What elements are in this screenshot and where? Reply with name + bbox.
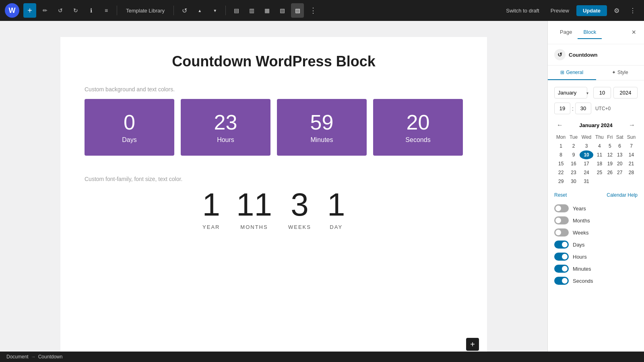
calendar-day-cell[interactable]: 7 [625,142,638,150]
calendar-day-cell[interactable]: 1 [554,142,568,150]
date-row: JanuaryFebruaryMarch AprilMayJune JulyAu… [554,87,638,99]
align-full-button[interactable]: ▨ [291,3,304,18]
toggle-days[interactable] [554,241,569,249]
calendar-day-cell[interactable]: 2 [568,142,579,150]
month-select[interactable]: JanuaryFebruaryMarch AprilMayJune JulyAu… [554,87,587,99]
calendar-day-cell[interactable]: 21 [625,159,638,168]
toggle-seconds[interactable] [554,277,569,285]
breadcrumb-arrow: → [31,354,36,360]
calendar-day-cell[interactable]: 28 [625,168,638,177]
calendar-day-cell[interactable]: 8 [554,150,568,159]
undo-button[interactable]: ↺ [54,3,67,18]
subtab-general[interactable]: ⊞ General [548,66,596,80]
more-options-button[interactable]: ⋮ [306,3,320,18]
calendar-day-cell[interactable]: 9 [568,150,579,159]
update-button[interactable]: Update [576,5,607,16]
breadcrumb-document[interactable]: Document [6,354,29,360]
section2-label: Custom font-family, font size, text colo… [85,176,463,182]
day-input[interactable] [593,87,611,99]
calendar-day-cell[interactable]: 13 [614,150,625,159]
toggle-label: Weeks [573,230,589,236]
calendar-day-cell[interactable]: 11 [593,150,605,159]
calendar-day-cell[interactable]: 27 [614,168,625,177]
calendar-day-cell[interactable]: 31 [580,177,594,186]
toggle-row: Days [554,241,638,249]
toggle-row: Seconds [554,277,638,285]
chevron-down-icon: ▼ [213,8,217,13]
year-input[interactable] [613,87,638,99]
toggle-row: Months [554,216,638,224]
wp-logo[interactable]: W [5,3,19,18]
calendar-day-cell [625,177,638,186]
calendar-actions: Reset Calendar Help [554,192,638,198]
edit-button[interactable]: ✏ [39,3,52,18]
calendar-day-cell[interactable]: 12 [605,150,614,159]
calendar-day-cell[interactable]: 19 [605,159,614,168]
cycle-button[interactable]: ↺ [178,3,191,18]
add-block-button[interactable]: + [466,338,479,351]
toggles-container: YearsMonthsWeeksDaysHoursMinutesSeconds [554,204,638,285]
more-menu-button[interactable]: ⋮ [626,3,639,18]
calendar-reset-button[interactable]: Reset [554,192,567,198]
countdown-label: Hours [189,136,262,144]
calendar-day-cell[interactable]: 22 [554,168,568,177]
list-view-button[interactable]: ≡ [100,3,113,18]
toggle-row: Years [554,204,638,212]
toggle-months[interactable] [554,216,569,224]
calendar-day-cell[interactable]: 24 [580,168,594,177]
editor-area: Countdown WordPress Block Custom backgro… [0,21,547,352]
add-block-toolbar-button[interactable]: + [23,3,36,18]
switch-to-draft-button[interactable]: Switch to draft [502,5,543,16]
toolbar: W + ✏ ↺ ↻ ℹ ≡ Template Library ↺ ▲ ▼ ▤ ▥… [0,0,644,21]
sidebar-content: JanuaryFebruaryMarch AprilMayJune JulyAu… [548,80,644,352]
calendar-day-cell[interactable]: 15 [554,159,568,168]
countdown-plain-tile: 1YEAR [202,189,221,230]
calendar-day-cell[interactable]: 29 [554,177,568,186]
calendar-day-cell[interactable]: 17 [580,159,594,168]
calendar-day-cell [605,177,614,186]
calendar-day-cell[interactable]: 3 [580,142,594,150]
settings-button[interactable]: ⚙ [610,3,623,18]
countdown-plain-tile: 3WEEKS [288,189,311,230]
countdown-plain-block: 1YEAR11MONTHS3WEEKS1DAY [85,189,463,230]
tab-block[interactable]: Block [578,26,602,39]
align-center-button[interactable]: ▥ [245,3,258,18]
calendar-next-button[interactable]: → [626,121,638,130]
calendar: ← January 2024 → MonTueWedThuFriSatSun 1… [554,121,638,186]
toggle-weeks[interactable] [554,228,569,237]
redo-button[interactable]: ↻ [69,3,82,18]
toggle-minutes[interactable] [554,265,569,273]
calendar-day-cell[interactable]: 4 [593,142,605,150]
align-justify-button[interactable]: ▧ [276,3,289,18]
align-left-button[interactable]: ▤ [230,3,243,18]
calendar-day-cell[interactable]: 18 [593,159,605,168]
calendar-help-button[interactable]: Calendar Help [607,192,638,198]
countdown-label: Seconds [381,136,455,144]
calendar-day-cell[interactable]: 23 [568,168,579,177]
toggle-years[interactable] [554,204,569,212]
calendar-day-cell[interactable]: 5 [605,142,614,150]
calendar-day-cell[interactable]: 25 [593,168,605,177]
sidebar-close-button[interactable]: × [630,27,638,38]
calendar-day-cell[interactable]: 14 [625,150,638,159]
calendar-day-cell[interactable]: 30 [568,177,579,186]
calendar-prev-button[interactable]: ← [554,121,566,130]
calendar-day-cell[interactable]: 16 [568,159,579,168]
info-button[interactable]: ℹ [85,3,97,18]
preview-button[interactable]: Preview [547,5,573,16]
toggle-hours[interactable] [554,253,569,261]
calendar-day-cell[interactable]: 10 [580,150,594,159]
countdown-label: WEEKS [288,224,311,230]
calendar-day-cell[interactable]: 26 [605,168,614,177]
chevron-down-button[interactable]: ▼ [208,3,221,18]
separator-2 [173,6,174,15]
calendar-day-cell[interactable]: 6 [614,142,625,150]
tab-page[interactable]: Page [554,26,578,39]
minute-input[interactable] [575,103,591,114]
align-right-button[interactable]: ▦ [260,3,273,18]
section1-label: Custom background and text colors. [85,86,463,93]
chevron-up-button[interactable]: ▲ [193,3,206,18]
hour-input[interactable] [554,103,570,114]
calendar-day-cell[interactable]: 20 [614,159,625,168]
subtab-style[interactable]: ✦ Style [596,66,644,80]
